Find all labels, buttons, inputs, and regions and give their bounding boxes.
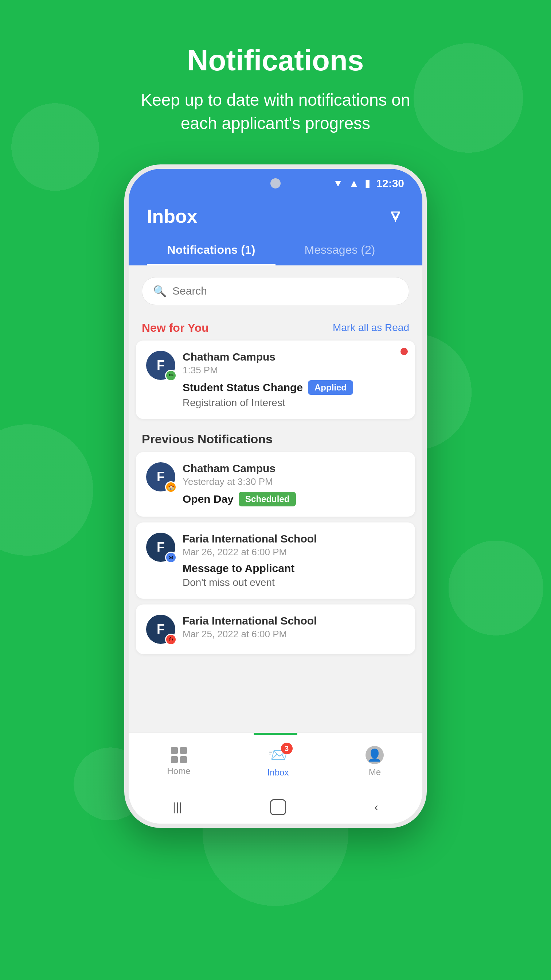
card-sender-prev-2: Faria International School	[183, 533, 405, 545]
scheduled-badge: Scheduled	[239, 492, 296, 506]
status-bar: ▼ ▲ ▮ 12:30	[129, 169, 422, 198]
recent-btn[interactable]: ‹	[374, 800, 378, 814]
card-title-prev-2: Message to Applicant	[183, 562, 294, 574]
content-area: 🔍 New for You Mark all as Read F ✏ Chath…	[129, 266, 422, 732]
avatar-badge-edit: ✏	[165, 370, 177, 381]
me-avatar: 👤	[365, 746, 384, 764]
camera-indicator	[270, 178, 281, 188]
avatar-badge-building: 🏫	[165, 481, 177, 493]
search-icon: 🔍	[153, 285, 167, 298]
app-header: Inbox ⛛ Notifications (1) Messages (2)	[129, 198, 422, 266]
card-sender-1: Chatham Campus	[183, 351, 405, 363]
card-time-prev-1: Yesterday at 3:30 PM	[183, 476, 405, 487]
new-section-title: New for You	[142, 321, 209, 335]
mark-all-read-button[interactable]: Mark all as Read	[333, 322, 409, 334]
search-input[interactable]	[172, 285, 398, 297]
back-btn[interactable]: |||	[173, 800, 182, 814]
search-bar[interactable]: 🔍	[142, 277, 409, 305]
tab-notifications[interactable]: Notifications (1)	[147, 236, 275, 266]
card-content-prev-3: Faria International School Mar 25, 2022 …	[183, 615, 405, 640]
card-title-prev-1: Open Day	[183, 493, 233, 505]
status-time: 12:30	[376, 177, 404, 189]
card-sender-prev-3: Faria International School	[183, 615, 405, 627]
inbox-icon-container: 📨 3	[268, 746, 288, 765]
card-desc-prev-2: Don't miss out event	[183, 577, 405, 589]
nav-item-home[interactable]: Home	[167, 747, 191, 776]
new-section-header: New for You Mark all as Read	[129, 314, 422, 340]
notification-card-prev-1[interactable]: F 🏫 Chatham Campus Yesterday at 3:30 PM …	[136, 452, 415, 517]
card-content-prev-1: Chatham Campus Yesterday at 3:30 PM Open…	[183, 462, 405, 506]
bottom-nav: Home 📨 3 Inbox 👤 Me	[129, 732, 422, 791]
header-title: Inbox	[147, 205, 197, 227]
nav-item-inbox[interactable]: 📨 3 Inbox	[267, 746, 289, 778]
tab-messages[interactable]: Messages (2)	[275, 236, 404, 266]
inbox-badge: 3	[281, 743, 293, 754]
phone-frame: ▼ ▲ ▮ 12:30 Inbox ⛛ Notifications (1) Me…	[124, 164, 427, 828]
notification-card-prev-2[interactable]: F ✉ Faria International School Mar 26, 2…	[136, 522, 415, 599]
card-desc-1: Registration of Interest	[183, 397, 405, 409]
page-title: Notifications	[187, 44, 364, 77]
nav-item-me[interactable]: 👤 Me	[365, 746, 384, 777]
avatar-faria-2: F ⏱	[146, 615, 175, 644]
avatar-chatham-1: F ✏	[146, 351, 175, 380]
green-indicator-bar	[254, 733, 297, 735]
nav-label-inbox: Inbox	[267, 767, 289, 778]
card-title-row-prev-1: Open Day Scheduled	[183, 492, 405, 506]
card-time-prev-2: Mar 26, 2022 at 6:00 PM	[183, 547, 405, 558]
notification-card-prev-3[interactable]: F ⏱ Faria International School Mar 25, 2…	[136, 605, 415, 654]
nav-label-home: Home	[167, 766, 191, 776]
avatar-faria-1: F ✉	[146, 533, 175, 562]
battery-icon: ▮	[365, 177, 370, 189]
nav-label-me: Me	[369, 767, 381, 777]
unread-dot	[400, 348, 408, 355]
card-title-row-prev-2: Message to Applicant	[183, 562, 405, 574]
previous-section-title: Previous Notifications	[129, 425, 422, 452]
card-content-prev-2: Faria International School Mar 26, 2022 …	[183, 533, 405, 589]
home-icon	[171, 747, 187, 763]
avatar-chatham-prev: F 🏫	[146, 462, 175, 492]
signal-icon: ▲	[349, 178, 359, 189]
wifi-icon: ▼	[333, 178, 343, 189]
filter-icon[interactable]: ⛛	[388, 207, 404, 225]
page-subtitle: Keep up to date with notifications on ea…	[139, 88, 412, 135]
phone-bottom-bar: ||| ‹	[129, 791, 422, 824]
status-icons: ▼ ▲ ▮ 12:30	[333, 177, 404, 189]
applied-badge: Applied	[308, 380, 353, 395]
tabs-row: Notifications (1) Messages (2)	[147, 236, 404, 266]
card-time-1: 1:35 PM	[183, 364, 405, 376]
search-container: 🔍	[129, 266, 422, 314]
avatar-badge-timer: ⏱	[165, 634, 177, 645]
card-time-prev-3: Mar 25, 2022 at 6:00 PM	[183, 628, 405, 640]
avatar-badge-email: ✉	[165, 552, 177, 563]
card-title-row-1: Student Status Change Applied	[183, 380, 405, 395]
card-content-1: Chatham Campus 1:35 PM Student Status Ch…	[183, 351, 405, 409]
home-btn[interactable]	[270, 799, 286, 815]
notification-card-new-1[interactable]: F ✏ Chatham Campus 1:35 PM Student Statu…	[136, 340, 415, 419]
card-title-1: Student Status Change	[183, 381, 303, 394]
card-sender-prev-1: Chatham Campus	[183, 462, 405, 475]
